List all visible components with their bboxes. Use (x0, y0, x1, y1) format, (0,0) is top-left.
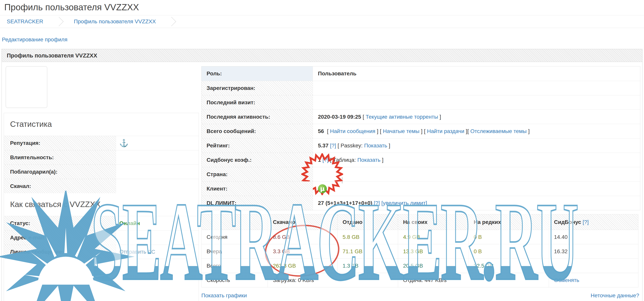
role-value: Пользователь (318, 71, 356, 77)
space (328, 143, 330, 149)
last-activity-label: Последняя активность: (202, 110, 313, 124)
chevron-right-icon (167, 17, 176, 26)
yesterday-seedbonus: 16.32 (549, 244, 638, 259)
breadcrumb-current[interactable]: Профиль пользователя VVZZXX (74, 19, 156, 25)
bracket: ][ (464, 128, 470, 134)
status-row: Статус: Онлайн (4, 216, 199, 230)
email-label: Адрес e-mail: (4, 230, 116, 245)
stats-row-today: Сегодня 8.6 GB 5.8 GB 4.9 GB 0 B 14.40 (202, 230, 638, 244)
role-row: Роль: Пользователь (202, 66, 640, 81)
bracket: ] (438, 114, 441, 120)
thanked-label: Поблагодарил(а): (4, 165, 116, 179)
reputation-label: Репутация: (4, 136, 116, 150)
yesterday-own: 13.3 GB (398, 244, 469, 259)
reputation-row: Репутация: ⚓ (4, 136, 199, 150)
status-online-badge: Онлайн (119, 220, 140, 226)
row-label-today: Сегодня (202, 230, 268, 244)
active-torrents-link[interactable]: Текущие активные торренты (366, 114, 438, 120)
exchange-link[interactable]: Обменять (554, 277, 579, 283)
yesterday-uploaded: 71.1 GB (338, 244, 398, 259)
table-text: [ Таблица: (328, 157, 358, 163)
statistics-box: Статистика Репутация: ⚓ Влиятельность: П… (4, 113, 199, 301)
avatar (6, 66, 47, 108)
registered-label: Зарегистрирован: (202, 81, 313, 95)
last-visit-label: Последний визит: (202, 95, 313, 110)
total-downloaded: 263.3 GB (268, 259, 338, 273)
total-seedbonus (549, 259, 638, 273)
status-label: Статус: (4, 216, 116, 230)
chevron-right-icon (54, 17, 64, 26)
space (321, 157, 322, 163)
country-label: Страна: (202, 167, 313, 181)
increase-limit-link[interactable]: [увеличить лимит] (381, 200, 427, 206)
passkey-text: [ Passkey: (336, 143, 364, 149)
rating-help-link[interactable]: [?] (330, 143, 336, 149)
profile-panel: Профиль пользователя VVZZXX Статистика Р… (2, 49, 642, 301)
country-row: Страна: (202, 167, 640, 181)
downloaded-value (116, 179, 199, 193)
speed-download: Загрузка: 0 KB/s (268, 273, 398, 287)
statistics-heading: Статистика (4, 113, 199, 136)
stats-header-seedbonus: СидБонус [?] (549, 214, 638, 230)
last-visit-row: Последний визит: (202, 95, 640, 110)
stats-header-downloaded: Скачано (268, 214, 338, 230)
panel-heading: Профиль пользователя VVZZXX (2, 49, 642, 62)
page-title: Профиль пользователя VVZZXX (0, 0, 644, 15)
total-uploaded: 1.3 TB (338, 259, 398, 273)
stats-row-total: Всего 263.3 GB 1.3 TB 20.5 GB 32.5 GB (202, 259, 638, 273)
client-row: Клиент: µ (202, 181, 640, 196)
dl-limit-help-link[interactable]: [?] (374, 200, 380, 206)
stats-header-own: На своих (398, 214, 469, 230)
bracket: [ (324, 128, 330, 134)
downloaded-label: Скачал: (4, 179, 116, 193)
footer-links: Показать графики Неточные данные? (201, 292, 640, 299)
email-row: Адрес e-mail: (4, 230, 199, 245)
details-table: Роль: Пользователь Зарегистрирован: Посл… (201, 66, 640, 210)
seedbonus-show-link[interactable]: Показать (357, 157, 380, 163)
influence-value (116, 150, 199, 164)
last-activity-value: 2020-03-19 09:25 [ Текущие активные торр… (313, 110, 640, 124)
row-label-yesterday: Вчера (202, 244, 268, 259)
private-message-label: Личное сообщение: (4, 245, 116, 259)
seedbonus-value: 1 [?] [ Таблица: Показать ] (313, 153, 640, 167)
seedbonus-header-help-link[interactable]: [?] (583, 219, 589, 225)
seedbonus-help-link[interactable]: [?] (322, 157, 328, 163)
bracket: ] (527, 128, 530, 134)
speed-exchange-cell: Обменять (549, 273, 638, 287)
find-messages-link[interactable]: Найти сообщения (330, 128, 375, 134)
bracket: ] [ (420, 128, 427, 134)
passkey-show-link[interactable]: Показать (364, 143, 387, 149)
send-pm-link[interactable]: Отправить ЛС (119, 249, 155, 255)
watched-topics-link[interactable]: Отслеживаемые темы (470, 128, 527, 134)
messages-row: Всего сообщений: 56 [ Найти сообщения ] … (202, 124, 640, 138)
seedbonus-number: 1 (318, 157, 321, 163)
right-column: Роль: Пользователь Зарегистрирован: Посл… (201, 66, 640, 299)
anchor-icon: ⚓ (119, 139, 128, 147)
influence-row: Влиятельность: (4, 150, 199, 164)
today-seedbonus: 14.40 (549, 230, 638, 244)
breadcrumb: SEATRACKER Профиль пользователя VVZZXX (0, 15, 644, 28)
edit-profile-link[interactable]: Редактирование профиля (2, 37, 68, 43)
today-downloaded: 8.6 GB (268, 230, 338, 244)
yesterday-downloaded: 3.3 GB (268, 244, 338, 259)
stats-header-uploaded: Отдано (338, 214, 398, 230)
total-own: 20.5 GB (398, 259, 469, 273)
rating-value: 5.37 [?] [ Passkey: Показать ] (313, 138, 640, 153)
inaccurate-data-link[interactable]: Неточные данные? (591, 292, 639, 299)
dl-limit-row: DL ЛИМИТ: 27 (5+1+3+1+17+0+0) [?] [увели… (202, 196, 640, 210)
email-value (116, 230, 199, 245)
dl-limit-number: 27 (5+1+3+1+17+0+0) (318, 200, 372, 206)
speed-upload: Отдача: 447 KB/s (398, 273, 549, 287)
country-flag-wrap (318, 171, 327, 178)
seedbonus-row: Сидбонус коэф.: 1 [?] [ Таблица: Показат… (202, 153, 640, 167)
started-topics-link[interactable]: Начатые темы (383, 128, 420, 134)
show-graphs-link[interactable]: Показать графики (201, 292, 247, 299)
messages-count: 56 (318, 128, 324, 134)
registered-row: Зарегистрирован: (202, 81, 640, 95)
utorrent-client-icon: µ (318, 184, 327, 193)
stats-header-rare: На редких (469, 214, 549, 230)
stats-header-empty (202, 214, 268, 230)
breadcrumb-home-link[interactable]: SEATRACKER (7, 19, 43, 25)
last-visit-value (313, 95, 640, 110)
find-releases-link[interactable]: Найти раздачи (427, 128, 464, 134)
